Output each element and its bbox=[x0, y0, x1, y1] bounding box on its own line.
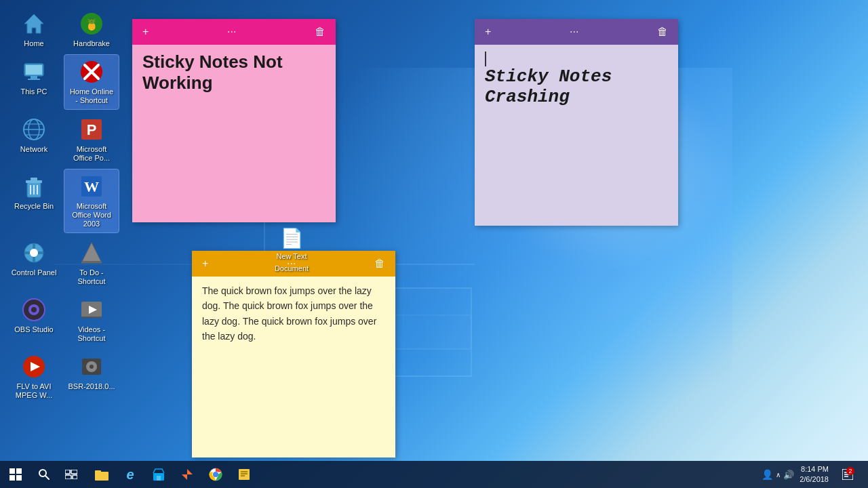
sticky-note-pink-header-left: + bbox=[139, 24, 152, 39]
icon-ms-office-po-label: Microsoft Office Po... bbox=[68, 145, 115, 163]
icon-ms-office-po[interactable]: P Microsoft Office Po... bbox=[64, 113, 119, 166]
new-text-doc-label: New Text Document bbox=[275, 252, 309, 272]
svg-point-70 bbox=[213, 472, 218, 477]
windows-logo-icon bbox=[9, 468, 22, 481]
sticky-note-yellow-add-btn[interactable]: + bbox=[199, 256, 212, 271]
icon-row-7: FLV to AVI MPEG W... BSR-2018.0... bbox=[7, 350, 129, 403]
taskbar: e bbox=[0, 461, 868, 488]
svg-rect-39 bbox=[24, 251, 30, 254]
taskbar-people-icon[interactable]: 👤 bbox=[762, 469, 773, 480]
svg-rect-60 bbox=[65, 470, 70, 474]
icon-this-pc[interactable]: This PC bbox=[7, 55, 61, 108]
icon-home-online[interactable]: Home Online - Shortcut bbox=[64, 55, 119, 108]
svg-rect-28 bbox=[26, 180, 42, 183]
sticky-note-pink-delete-btn[interactable]: 🗑 bbox=[311, 24, 329, 39]
taskbar-store[interactable] bbox=[145, 461, 172, 488]
taskbar-notification-center[interactable]: 2 bbox=[834, 461, 861, 488]
new-text-document-icon[interactable]: 📄 New Text Document bbox=[264, 227, 319, 274]
svg-rect-57 bbox=[16, 475, 22, 481]
start-button[interactable] bbox=[0, 461, 31, 488]
svg-point-45 bbox=[31, 307, 37, 312]
icon-network[interactable]: Network bbox=[7, 113, 61, 166]
svg-point-53 bbox=[90, 365, 94, 369]
sticky-note-purple-add-btn[interactable]: + bbox=[481, 24, 494, 39]
sticky-note-pink-body[interactable]: Sticky Notes Not Working bbox=[132, 45, 336, 222]
network-icon-img bbox=[20, 116, 47, 143]
sticky-note-pink-add-btn[interactable]: + bbox=[139, 24, 152, 39]
icon-obs-studio-label: OBS Studio bbox=[14, 325, 53, 334]
taskbar-file-explorer[interactable] bbox=[88, 461, 115, 488]
sticky-note-purple-title: Sticky Notes Crashing bbox=[485, 66, 668, 107]
sticky-note-pink-title: Sticky Notes Not Working bbox=[142, 52, 326, 94]
taskbar-clock[interactable]: 8:14 PM 2/6/2018 bbox=[800, 464, 829, 485]
file-explorer-icon bbox=[95, 468, 108, 481]
sticky-note-purple-header-left: + bbox=[481, 24, 494, 39]
sticky-note-yellow-header-left: + bbox=[199, 256, 212, 271]
bsr-icon-img bbox=[78, 353, 105, 380]
svg-rect-42 bbox=[82, 261, 101, 263]
icon-row-1: Home 🍍 Handbrake bbox=[7, 7, 129, 52]
svg-rect-14 bbox=[26, 65, 42, 75]
svg-rect-62 bbox=[65, 475, 71, 479]
svg-rect-56 bbox=[9, 475, 15, 481]
taskbar-edge[interactable]: e bbox=[117, 461, 144, 488]
sticky-notes-taskbar-icon bbox=[238, 468, 250, 481]
taskbar-date: 2/6/2018 bbox=[800, 474, 829, 485]
task-view-icon bbox=[65, 470, 77, 479]
icon-control-panel-label: Control Panel bbox=[12, 268, 57, 277]
svg-text:🍍: 🍍 bbox=[84, 16, 100, 31]
svg-rect-71 bbox=[239, 469, 250, 480]
icon-home[interactable]: Home bbox=[7, 7, 61, 52]
sticky-note-pink-dots[interactable]: ··· bbox=[224, 24, 239, 39]
svg-rect-65 bbox=[95, 470, 101, 473]
control-panel-icon-img bbox=[20, 239, 47, 266]
sticky-note-yellow-body[interactable]: The quick brown fox jumps over the lazy … bbox=[192, 277, 395, 458]
icon-bsr[interactable]: BSR-2018.0... bbox=[64, 350, 119, 403]
recycle-bin-icon-img bbox=[20, 173, 47, 200]
svg-rect-16 bbox=[28, 79, 40, 80]
zapier-icon bbox=[181, 468, 193, 481]
icon-videos-label: Videos - Shortcut bbox=[68, 325, 115, 343]
svg-line-59 bbox=[45, 476, 49, 479]
sticky-note-purple-body[interactable]: Sticky Notes Crashing bbox=[475, 45, 678, 226]
icon-row-3: Network P Microsoft Office Po... bbox=[7, 113, 129, 166]
store-icon bbox=[153, 468, 165, 481]
icon-flv-mpeg[interactable]: FLV to AVI MPEG W... bbox=[7, 350, 61, 403]
svg-rect-40 bbox=[38, 251, 43, 254]
icon-recycle-bin-label: Recycle Bin bbox=[14, 202, 54, 211]
ms-word-icon-img: W bbox=[78, 173, 105, 200]
taskbar-system-icons: 👤 ∧ 🔊 bbox=[762, 469, 794, 480]
icon-control-panel[interactable]: Control Panel bbox=[7, 236, 61, 289]
home-online-icon-img bbox=[78, 58, 105, 85]
taskbar-speaker-icon[interactable]: 🔊 bbox=[783, 470, 794, 480]
icon-this-pc-label: This PC bbox=[20, 87, 47, 96]
icon-flv-mpeg-label: FLV to AVI MPEG W... bbox=[10, 382, 58, 400]
icon-videos[interactable]: Videos - Shortcut bbox=[64, 293, 119, 346]
sticky-note-pink: + ··· 🗑 Sticky Notes Not Working bbox=[132, 19, 336, 222]
sticky-note-purple-delete-btn[interactable]: 🗑 bbox=[654, 24, 671, 39]
icon-handbrake[interactable]: 🍍 Handbrake bbox=[64, 7, 119, 52]
taskbar-chrome[interactable] bbox=[202, 461, 229, 488]
taskbar-chevron-icon[interactable]: ∧ bbox=[776, 471, 781, 479]
svg-marker-68 bbox=[182, 469, 193, 480]
obs-studio-icon-img bbox=[20, 296, 47, 323]
taskbar-time: 8:14 PM bbox=[800, 464, 829, 474]
desktop-icons-container: Home 🍍 Handbrake bbox=[7, 7, 129, 404]
icon-bsr-label: BSR-2018.0... bbox=[68, 382, 115, 391]
icon-home-label: Home bbox=[24, 39, 43, 48]
svg-marker-41 bbox=[81, 243, 102, 263]
taskbar-search-button[interactable] bbox=[31, 461, 58, 488]
icon-row-5: Control Panel To Do - Shortcut bbox=[7, 236, 129, 289]
sticky-note-purple-dots[interactable]: ··· bbox=[566, 24, 582, 39]
svg-rect-63 bbox=[73, 475, 77, 479]
taskbar-zapier[interactable] bbox=[174, 461, 201, 488]
taskbar-task-view-button[interactable] bbox=[58, 461, 85, 488]
to-do-icon-img bbox=[78, 239, 105, 266]
taskbar-sticky-notes[interactable] bbox=[231, 461, 258, 488]
sticky-note-yellow-delete-btn[interactable]: 🗑 bbox=[371, 256, 389, 271]
icon-obs-studio[interactable]: OBS Studio bbox=[7, 293, 61, 346]
icon-recycle-bin[interactable]: Recycle Bin bbox=[7, 169, 61, 232]
icon-ms-word[interactable]: W Microsoft Office Word 2003 bbox=[64, 169, 119, 232]
notification-badge: 2 bbox=[846, 467, 854, 475]
icon-to-do[interactable]: To Do - Shortcut bbox=[64, 236, 119, 289]
